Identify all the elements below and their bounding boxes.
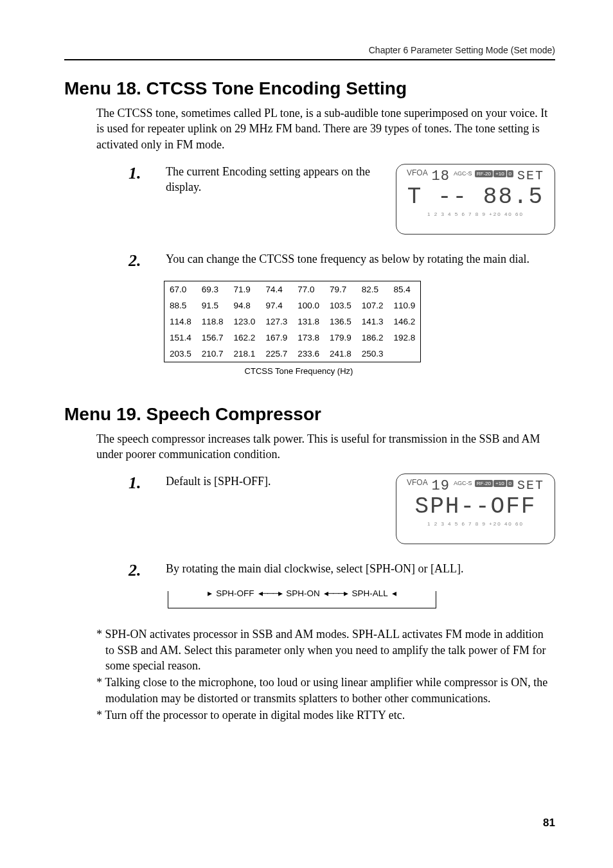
tone-cell: 67.0 xyxy=(164,281,197,297)
running-head: Chapter 6 Parameter Setting Mode (Set mo… xyxy=(64,45,555,60)
tone-cell: 71.9 xyxy=(229,281,261,297)
tone-cell: 79.7 xyxy=(324,281,357,297)
tone-cell xyxy=(389,346,421,362)
tone-cell: 151.4 xyxy=(164,330,197,346)
tone-cell: 88.5 xyxy=(164,297,197,314)
menu19-title: Menu 19. Speech Compressor xyxy=(64,404,555,425)
tone-cell: 162.2 xyxy=(229,330,261,346)
tone-cell: 203.5 xyxy=(164,346,197,362)
tone-cell: 107.2 xyxy=(357,297,389,314)
tone-cell: 94.8 xyxy=(229,297,261,314)
display-scale: 1 2 3 4 5 6 7 8 9 +20 40 60 xyxy=(403,211,548,217)
note-2: * Talking close to the microphone, too l… xyxy=(96,675,555,706)
tone-cell: 241.8 xyxy=(324,346,357,362)
tone-tbody: 67.069.371.974.477.079.782.585.488.591.5… xyxy=(164,281,421,362)
menu19-cycle-diagram: ▸ SPH-OFF ◂───▸ SPH-ON ◂───▸ SPH-ALL ◂ xyxy=(164,583,440,612)
tone-cell: 85.4 xyxy=(389,281,421,297)
menu18-intro: The CTCSS tone, sometimes called PL tone… xyxy=(96,105,555,152)
tone-cell: 218.1 xyxy=(229,346,261,362)
menu19-intro: The speech compressor increases talk pow… xyxy=(96,431,555,463)
tone-cell: 118.8 xyxy=(197,314,229,330)
tone-cell: 179.9 xyxy=(324,330,357,346)
cycle-opt-1: SPH-ON xyxy=(286,589,320,598)
vfo-label: VFOA xyxy=(407,478,428,487)
menu19-step1-num: 1. xyxy=(129,474,148,492)
note-3: * Turn off the processor to operate in d… xyxy=(96,707,555,723)
display-icons: AGC-S RF-20+100 xyxy=(454,478,513,487)
tone-cell: 186.2 xyxy=(357,330,389,346)
table-row: 203.5210.7218.1225.7233.6241.8250.3 xyxy=(164,346,421,362)
tone-cell: 77.0 xyxy=(292,281,324,297)
table-row: 151.4156.7162.2167.9173.8179.9186.2192.8 xyxy=(164,330,421,346)
cycle-opt-2: SPH-ALL xyxy=(351,589,387,598)
table-row: 67.069.371.974.477.079.782.585.4 xyxy=(164,281,421,297)
table-row: 88.591.594.897.4100.0103.5107.2110.9 xyxy=(164,297,421,314)
menu18-tone-caption: CTCSS Tone Frequency (Hz) xyxy=(164,366,434,376)
tone-cell: 225.7 xyxy=(260,346,292,362)
menu18-step1-num: 1. xyxy=(129,164,148,182)
tone-cell: 141.3 xyxy=(357,314,389,330)
menu18-tone-table: 67.069.371.974.477.079.782.585.488.591.5… xyxy=(164,281,421,362)
menu19-notes: * SPH-ON activates processor in SSB and … xyxy=(96,626,555,723)
tone-cell: 127.3 xyxy=(260,314,292,330)
tone-cell: 114.8 xyxy=(164,314,197,330)
menu19-step2-text: By rotating the main dial clockwise, sel… xyxy=(166,561,555,576)
tone-cell: 91.5 xyxy=(197,297,229,314)
tone-cell: 123.0 xyxy=(229,314,261,330)
tone-cell: 167.9 xyxy=(260,330,292,346)
tone-cell: 156.7 xyxy=(197,330,229,346)
tone-cell: 131.8 xyxy=(292,314,324,330)
display-menu-no: 18 xyxy=(432,168,450,184)
display-main: T -- 88.5 xyxy=(403,186,548,209)
tone-cell: 100.0 xyxy=(292,297,324,314)
display-main: SPH--OFF xyxy=(403,495,548,518)
display-set: SET xyxy=(517,478,544,493)
display-menu-no: 19 xyxy=(432,478,450,494)
cycle-opt-0: SPH-OFF xyxy=(216,589,254,598)
tone-cell: 110.9 xyxy=(389,297,421,314)
display-scale: 1 2 3 4 5 6 7 8 9 +20 40 60 xyxy=(403,521,548,527)
tone-cell: 82.5 xyxy=(357,281,389,297)
menu19-display: VFOA 19 AGC-S RF-20+100 SET SPH--OFF 1 2… xyxy=(396,474,555,544)
tone-cell: 192.8 xyxy=(389,330,421,346)
tone-cell: 233.6 xyxy=(292,346,324,362)
tone-cell: 69.3 xyxy=(197,281,229,297)
page-number: 81 xyxy=(543,817,555,829)
tone-cell: 210.7 xyxy=(197,346,229,362)
tone-cell: 173.8 xyxy=(292,330,324,346)
menu18-step1-text: The current Encoding setting appears on … xyxy=(166,164,378,195)
note-1: * SPH-ON activates processor in SSB and … xyxy=(96,626,555,673)
menu18-step2-text: You can change the CTCSS tone frequency … xyxy=(166,251,555,267)
menu18-step2-num: 2. xyxy=(129,251,148,269)
vfo-label: VFOA xyxy=(407,168,428,177)
menu19-step2-num: 2. xyxy=(129,561,148,579)
display-icons: AGC-S RF-20+100 xyxy=(454,168,513,177)
menu18-title: Menu 18. CTCSS Tone Encoding Setting xyxy=(64,78,555,99)
tone-cell: 97.4 xyxy=(260,297,292,314)
tone-cell: 74.4 xyxy=(260,281,292,297)
tone-cell: 136.5 xyxy=(324,314,357,330)
table-row: 114.8118.8123.0127.3131.8136.5141.3146.2 xyxy=(164,314,421,330)
menu19-step1-text: Default is [SPH-OFF]. xyxy=(166,474,378,489)
menu18-display: VFOA 18 AGC-S RF-20+100 SET T -- 88.5 1 … xyxy=(396,164,555,235)
tone-cell: 103.5 xyxy=(324,297,357,314)
display-set: SET xyxy=(517,168,544,183)
tone-cell: 250.3 xyxy=(357,346,389,362)
tone-cell: 146.2 xyxy=(389,314,421,330)
